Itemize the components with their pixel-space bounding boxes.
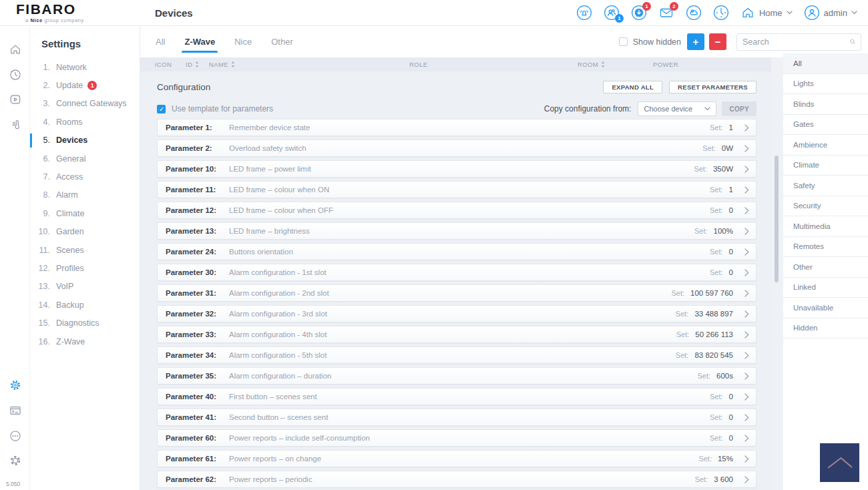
parameter-row[interactable]: Parameter 31: Alarm configuration - 2nd … [157,284,756,302]
copy-button[interactable]: COPY [722,101,756,116]
messages-icon[interactable]: 2 [658,5,674,21]
sidebar-item[interactable]: 6. General [30,150,140,168]
category-filter-item[interactable]: Multimedia [783,216,868,237]
media-icon[interactable] [9,93,22,106]
tab-label: All [156,37,165,47]
alarm-icon[interactable] [576,5,592,21]
chevron-down-icon [704,107,710,111]
parameter-description: Power reports – periodic [229,475,312,483]
parameter-row[interactable]: Parameter 35: Alarm configuration – dura… [157,367,756,385]
category-filter-item[interactable]: Hidden [783,318,868,339]
sidebar-item[interactable]: 12. Profiles [30,259,140,277]
sidebar-item[interactable]: 7. Access [30,168,140,186]
table-column-header[interactable]: ROOM [578,61,653,68]
category-filter-item[interactable]: Gates [783,115,868,136]
climate-icon[interactable] [9,118,22,132]
sidebar-item[interactable]: 1. Network [30,58,140,76]
parameter-row[interactable]: Parameter 40: First button – scenes sent… [157,388,756,405]
clock-icon[interactable] [713,5,729,21]
table-column-header[interactable]: ID [186,61,209,68]
parameter-row[interactable]: Parameter 62: Power reports – periodic S… [157,471,756,488]
category-filter-item[interactable]: All [783,53,868,74]
device-tab[interactable]: Other [271,26,293,57]
parameter-row[interactable]: Parameter 12: LED frame – colour when OF… [157,202,756,219]
weather-icon[interactable] [686,5,702,21]
device-tab[interactable]: All [156,26,165,57]
parameter-row[interactable]: Parameter 10: LED frame – power limit Se… [157,160,756,178]
use-template-checkbox[interactable] [157,105,166,113]
sidebar-item[interactable]: 13. VoIP [30,278,140,296]
parameter-row[interactable]: Parameter 60: Power reports – include se… [157,429,756,447]
sidebar-item-badge: 1 [87,81,97,90]
search-input[interactable] [742,37,850,47]
reset-parameters-button[interactable]: RESET PARAMETERS [669,81,756,93]
show-hidden-checkbox[interactable] [619,37,628,46]
category-filter-item[interactable]: Remotes [783,237,868,258]
table-column-header[interactable]: ROLE [409,61,578,68]
sidebar-item[interactable]: 2. Update 1 [30,76,140,94]
category-filter-item[interactable]: Blinds [783,94,868,115]
sidebar-item[interactable]: 4. Rooms [30,113,140,131]
scrollbar-thumb[interactable] [775,156,779,282]
parameter-row[interactable]: Parameter 61: Power reports – on change … [157,450,756,467]
parameter-value: 0W [722,144,733,152]
choose-device-select[interactable]: Choose device [638,101,716,116]
sidebar-item[interactable]: 5. Devices [30,132,140,150]
parameter-row[interactable]: Parameter 24: Buttons orientation Set: 0 [157,243,756,260]
settings-gear-icon[interactable] [9,379,22,392]
parameter-row[interactable]: Parameter 32: Alarm configuration - 3rd … [157,305,756,322]
sidebar-item[interactable]: 15. Diagnostics [30,314,140,332]
chevron-up-icon [825,455,855,471]
parameter-row[interactable]: Parameter 13: LED frame – brightness Set… [157,222,756,240]
parameter-name: Parameter 34: [166,351,224,359]
home-selector[interactable]: Home [740,5,793,20]
category-filter-item[interactable]: Linked [783,278,868,298]
user-selector[interactable]: admin [804,5,857,21]
version-label: 5.050 [6,481,20,487]
parameter-row[interactable]: Parameter 33: Alarm configuration - 4th … [157,326,756,343]
column-label: NAME [209,61,228,68]
sidebar-item[interactable]: 11. Scenes [30,241,140,259]
parameter-row[interactable]: Parameter 30: Alarm configuration - 1st … [157,264,756,281]
category-filter-item[interactable]: Ambience [783,135,868,156]
parameter-row[interactable]: Parameter 2: Overload safety switch Set:… [157,140,756,157]
remove-device-button[interactable]: − [709,33,726,50]
parameter-row[interactable]: Parameter 1: Remember device state Set: … [157,119,756,136]
set-label: Set: [710,393,723,401]
device-tab[interactable]: Z-Wave [184,26,215,57]
network-icon[interactable] [9,429,22,443]
category-filter-item[interactable]: Climate [783,156,868,176]
sidebar-item[interactable]: 16. Z-Wave [30,332,140,350]
scroll-top-button[interactable] [820,443,859,482]
add-device-button[interactable]: + [687,33,704,50]
users-icon[interactable]: 1 [604,5,620,21]
sidebar-item[interactable]: 3. Connect Gateways [30,95,140,113]
category-filter-item[interactable]: Other [783,257,868,278]
home-nav-icon[interactable] [9,43,22,56]
parameter-row[interactable]: Parameter 34: Alarm configuration - 5th … [157,346,756,364]
sidebar-item[interactable]: 10. Garden [30,223,140,241]
system-gear-icon[interactable] [9,454,22,467]
expand-all-button[interactable]: EXPAND ALL [603,81,662,93]
history-icon[interactable] [9,68,22,81]
category-filter-item[interactable]: Unavailable [783,298,868,318]
console-icon[interactable] [9,404,22,417]
set-label: Set: [698,455,712,463]
device-tab[interactable]: Nice [234,26,252,57]
parameter-name: Parameter 2: [166,144,224,152]
sidebar-item[interactable]: 8. Alarm [30,186,140,204]
category-filter-item[interactable]: Security [783,196,868,217]
parameter-row[interactable]: Parameter 41: Second button – scenes sen… [157,409,756,426]
update-icon[interactable]: 1 [631,5,647,21]
table-column-header[interactable]: POWER [653,61,678,68]
table-column-header[interactable]: NAME [209,61,409,68]
table-column-header[interactable]: ICON [155,61,186,68]
parameter-row[interactable]: Parameter 11: LED frame – colour when ON… [157,181,756,198]
sidebar-item[interactable]: 14. Backup [30,296,140,314]
category-label: Multimedia [793,222,831,230]
category-filter-item[interactable]: Safety [783,176,868,196]
scrollbar-track[interactable] [771,57,783,490]
category-filter-item[interactable]: Lights [783,74,868,95]
configuration-panel: Configuration EXPAND ALL RESET PARAMETER… [140,71,771,490]
sidebar-item[interactable]: 9. Climate [30,204,140,222]
